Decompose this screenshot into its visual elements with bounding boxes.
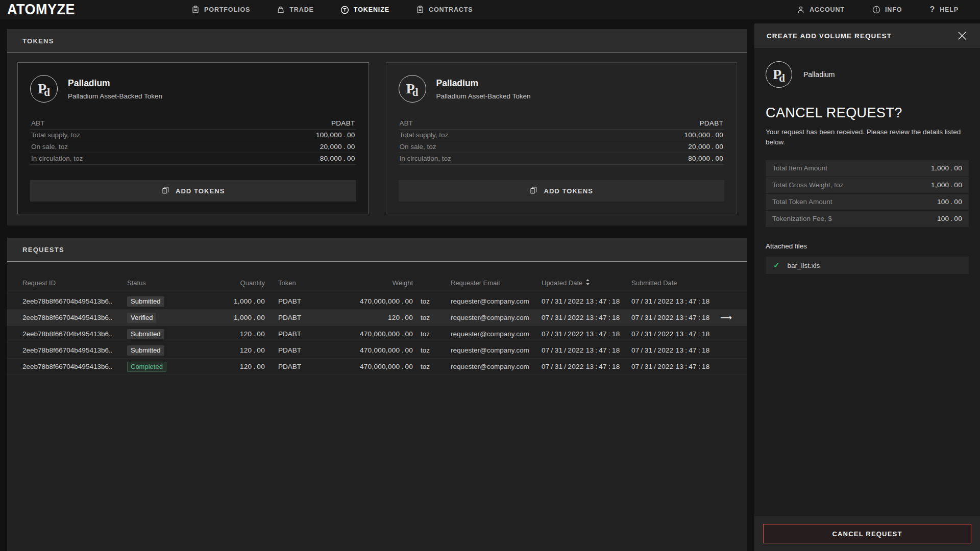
- add-tokens-button[interactable]: ADD TOKENS: [30, 180, 356, 202]
- nav-item-label: HELP: [940, 6, 959, 13]
- request-id: 2eeb78b8f66704b495413b6..: [22, 363, 127, 370]
- col-updated-date-sort[interactable]: Updated Date: [532, 279, 622, 287]
- weight-unit: toz: [413, 297, 441, 305]
- request-id: 2eeb78b8f66704b495413b6..: [22, 314, 127, 321]
- token-stat-row: In circulation, toz 80,000 . 00: [399, 153, 725, 165]
- requester-email: requester@company.com: [441, 330, 532, 338]
- quantity: 1,000 . 00: [201, 297, 265, 305]
- token-stat-row: ABT PDABT: [30, 118, 356, 130]
- nav-item-label: INFO: [885, 6, 902, 13]
- weight-unit: toz: [413, 314, 441, 321]
- col-requester-email: Requester Email: [441, 279, 532, 287]
- table-row[interactable]: 2eeb78b8f66704b495413b6.. Verified 1,000…: [7, 310, 747, 326]
- cancel-request-button[interactable]: CANCEL REQUEST: [763, 524, 971, 543]
- token-card-head: Pd Palladium Palladium Asset-Backed Toke…: [399, 75, 725, 103]
- atomyze-logo[interactable]: ATOMYZE: [7, 1, 75, 18]
- status-badge: Submitted: [127, 296, 164, 307]
- table-header-row: Request ID Status Quantity Token Weight …: [7, 273, 747, 293]
- cancel-request-heading: CANCEL REQUEST?: [766, 105, 969, 121]
- requests-section-header: REQUESTS: [7, 238, 747, 262]
- token-stat-row: In circulation, toz 80,000 . 00: [30, 153, 356, 165]
- palladium-logo-icon: Pd: [766, 61, 792, 88]
- weight-unit: toz: [413, 363, 441, 370]
- panel-message: Your request has been received. Please r…: [766, 127, 967, 147]
- detail-row: Total Gross Weight, toz 1,000 . 00: [766, 177, 969, 194]
- token: PDABT: [265, 346, 311, 354]
- token-card-head: Pd Palladium Palladium Asset-Backed Toke…: [30, 75, 356, 103]
- token: PDABT: [265, 363, 311, 370]
- weight-unit: toz: [413, 330, 441, 338]
- submitted-date: 07 / 31 / 2022 13 : 47 : 18: [622, 363, 712, 370]
- weight: 470,000,000 . 00: [311, 330, 413, 338]
- info-icon: [872, 6, 880, 14]
- nav-item-portfolios[interactable]: PORTFOLIOS: [191, 6, 250, 14]
- token-stat-row: On sale, toz 20,000 . 00: [399, 141, 725, 153]
- nav-item-tokenize[interactable]: TOKENIZE: [340, 6, 389, 14]
- table-row[interactable]: 2eeb78b8f66704b495413b6.. Submitted 1,00…: [7, 293, 747, 310]
- requester-email: requester@company.com: [441, 363, 532, 370]
- main-content: TOKENS Pd Palladium Palladium Asset-Back…: [7, 19, 747, 551]
- attached-files-label: Attached files: [766, 242, 969, 250]
- request-id: 2eeb78b8f66704b495413b6..: [22, 330, 127, 338]
- weight: 470,000,000 . 00: [311, 363, 413, 370]
- detail-row: Total Item Amount 1,000 . 00: [766, 160, 969, 177]
- token-stats: ABT PDABT Total supply, toz 100,000 . 00…: [30, 118, 356, 165]
- updated-date: 07 / 31 / 2022 13 : 47 : 18: [532, 363, 622, 370]
- panel-token-name: Palladium: [803, 70, 835, 79]
- requests-section-title: REQUESTS: [22, 246, 64, 254]
- check-icon: ✓: [773, 261, 780, 270]
- top-nav: ATOMYZE PORTFOLIOS TRADE: [0, 0, 980, 19]
- col-token: Token: [265, 279, 311, 287]
- status-badge: Submitted: [127, 329, 164, 339]
- nav-item-help[interactable]: ? HELP: [929, 6, 959, 14]
- token-stat-row: ABT PDABT: [399, 118, 725, 130]
- token: PDABT: [265, 314, 311, 321]
- status-badge: Submitted: [127, 345, 164, 356]
- submitted-date: 07 / 31 / 2022 13 : 47 : 18: [622, 314, 712, 321]
- requester-email: requester@company.com: [441, 346, 532, 354]
- request-details: Total Item Amount 1,000 . 00 Total Gross…: [766, 160, 969, 227]
- token-stats: ABT PDABT Total supply, toz 100,000 . 00…: [399, 118, 725, 165]
- requests-table: Request ID Status Quantity Token Weight …: [7, 262, 747, 551]
- table-row[interactable]: 2eeb78b8f66704b495413b6.. Submitted 120 …: [7, 342, 747, 359]
- weight: 470,000,000 . 00: [311, 346, 413, 354]
- panel-footer: CANCEL REQUEST: [754, 516, 980, 551]
- col-request-id: Request ID: [22, 279, 127, 287]
- tokens-section-title: TOKENS: [22, 37, 54, 45]
- updated-date: 07 / 31 / 2022 13 : 47 : 18: [532, 314, 622, 321]
- attached-file-item[interactable]: ✓ bar_list.xls: [766, 257, 969, 274]
- nav-item-label: CONTRACTS: [429, 6, 473, 13]
- col-weight: Weight: [311, 279, 413, 287]
- token: PDABT: [265, 330, 311, 338]
- tokens-body: Pd Palladium Palladium Asset-Backed Toke…: [7, 53, 747, 226]
- requester-email: requester@company.com: [441, 297, 532, 305]
- add-tokens-button[interactable]: ADD TOKENS: [399, 180, 725, 202]
- nav-item-trade[interactable]: TRADE: [277, 6, 314, 14]
- close-icon[interactable]: [957, 30, 968, 41]
- clipboard-icon: [191, 6, 200, 14]
- quantity: 120 . 00: [201, 346, 265, 354]
- panel-content: Pd Palladium CANCEL REQUEST? Your reques…: [754, 48, 980, 516]
- palladium-logo-icon: Pd: [399, 75, 426, 103]
- submitted-date: 07 / 31 / 2022 13 : 47 : 18: [622, 346, 712, 354]
- nav-item-account[interactable]: ACCOUNT: [797, 6, 845, 14]
- file-name: bar_list.xls: [788, 262, 820, 269]
- status-badge: Verified: [127, 313, 156, 323]
- table-row[interactable]: 2eeb78b8f66704b495413b6.. Submitted 120 …: [7, 326, 747, 342]
- nav-item-contracts[interactable]: CONTRACTS: [416, 6, 473, 14]
- table-row[interactable]: 2eeb78b8f66704b495413b6.. Completed 120 …: [7, 359, 747, 375]
- add-tokens-icon: [161, 186, 170, 196]
- nav-item-info[interactable]: INFO: [872, 6, 902, 14]
- quantity: 1,000 . 00: [201, 314, 265, 321]
- token-name: Palladium: [68, 78, 162, 89]
- detail-row: Total Token Amount 100 . 00: [766, 194, 969, 211]
- request-id: 2eeb78b8f66704b495413b6..: [22, 297, 127, 305]
- quantity: 120 . 00: [201, 330, 265, 338]
- create-add-volume-request-panel: CREATE ADD VOLUME REQUEST Pd Palladium C…: [754, 23, 980, 551]
- token-subtitle: Palladium Asset-Backed Token: [68, 92, 162, 100]
- panel-header: CREATE ADD VOLUME REQUEST: [754, 23, 980, 48]
- col-quantity: Quantity: [201, 279, 265, 287]
- request-id: 2eeb78b8f66704b495413b6..: [22, 346, 127, 354]
- tokens-section: TOKENS Pd Palladium Palladium Asset-Back…: [7, 29, 747, 226]
- palladium-logo-icon: Pd: [30, 75, 58, 103]
